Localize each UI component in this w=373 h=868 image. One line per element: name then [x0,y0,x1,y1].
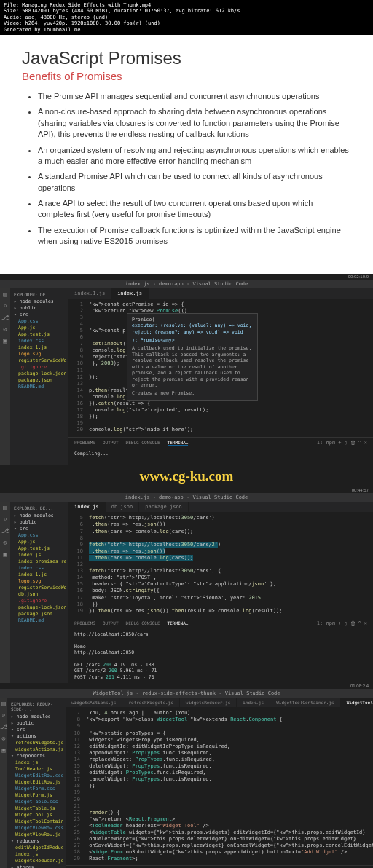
tree-item[interactable]: actions [9,733,63,739]
tree-item[interactable]: package-lock.json [12,604,66,610]
tab[interactable]: db.json [106,502,140,512]
tree-item[interactable]: logo.svg [12,351,66,358]
tree-item[interactable]: WidgetEditRow.css [9,772,63,778]
tree-item[interactable]: WidgetForm.css [9,785,63,792]
tree-item[interactable]: index.css [12,564,66,571]
tab-active[interactable]: index.js [68,502,106,512]
tree-item[interactable]: WidgetToolContainer.js [9,818,63,824]
tree-item[interactable]: registerServiceWorker.js [12,584,66,591]
tree-item[interactable]: App.test.js [12,545,66,551]
extensions-icon[interactable]: ▣ [3,551,7,558]
split-icon[interactable]: ▯ [344,440,347,446]
tree-item[interactable]: node_modules [12,299,66,305]
tree-item[interactable]: src [12,525,66,532]
plus-icon[interactable]: + [338,440,341,446]
tree-item[interactable]: public [9,719,63,726]
code-editor[interactable]: 1"kw">const getPromise = id => {2 "kw">r… [68,299,373,437]
split-icon[interactable]: ▯ [344,620,347,626]
tree-item[interactable]: db.json [12,591,66,597]
trash-icon[interactable]: 🗑 [350,620,356,626]
tree-item[interactable]: App.css [12,532,66,538]
tree-item[interactable]: components [9,752,63,759]
tab[interactable]: WidgetToolContainer.js [270,698,340,707]
close-icon[interactable]: × [364,440,367,446]
problems-tab[interactable]: PROBLEMS [74,440,95,446]
tree-item[interactable]: index.js [9,759,63,765]
tab[interactable]: index.1.js [68,288,111,299]
debug-icon[interactable]: ⊘ [3,539,7,546]
tree-item[interactable]: public [12,305,66,312]
tree-item[interactable]: stores [9,864,63,868]
git-icon[interactable]: ⎇ [0,723,7,730]
plus-icon[interactable]: + [338,620,341,626]
terminal-output[interactable]: http://localhost:3050/cars Homehttp://lo… [68,628,373,684]
tree-item[interactable]: WidgetTable.js [9,805,63,811]
output-tab[interactable]: OUTPUT [103,440,119,446]
extensions-icon[interactable]: ▣ [3,337,7,344]
files-icon[interactable]: ▤ [1,700,5,707]
tree-item[interactable]: refreshWidgets.js [9,739,63,746]
tree-item[interactable]: reducers [9,837,63,844]
tree-item[interactable]: .gitignore [12,597,66,604]
tree-item[interactable]: logo.svg [12,577,66,584]
term-selector[interactable]: 1: npm [317,440,335,446]
debug-console-tab[interactable]: DEBUG CONSOLE [126,620,160,626]
tree-item[interactable]: WidgetViewRow.js [9,831,63,837]
tree-item[interactable]: App.test.js [12,331,66,338]
tab-active[interactable]: WidgetTool.js [341,698,373,707]
terminal-tab[interactable]: TERMINAL [168,440,189,446]
debug-icon[interactable]: ⊘ [1,735,5,742]
extensions-icon[interactable]: ▣ [1,746,5,754]
tree-item[interactable]: index.js [12,551,66,558]
tree-item[interactable]: WidgetViewRow.css [9,824,63,831]
tree-item[interactable]: index.js [9,851,63,857]
tree-item[interactable]: index.1.js [12,344,66,351]
git-icon[interactable]: ⎇ [1,314,9,321]
tab[interactable]: refreshWidgets.js [122,698,179,707]
tree-item[interactable]: README.md [12,384,66,390]
tree-item[interactable]: App.js [12,325,66,331]
tree-item[interactable]: registerServiceWorker.js [12,358,66,364]
files-icon[interactable]: ▤ [3,291,7,298]
tree-item[interactable]: App.js [12,538,66,545]
output-tab[interactable]: OUTPUT [103,620,119,626]
maximize-icon[interactable]: ^ [358,620,361,626]
tree-item[interactable]: WidgetTool.js [9,811,63,818]
tree-item[interactable]: node_modules [9,713,63,719]
code-editor[interactable]: 5fetch("str">'http://localhost:3050/cars… [68,512,373,617]
tree-item[interactable]: package.json [12,377,66,384]
code-editor[interactable]: 7 You, 4 hours ago | 1 author (You)8"kw"… [66,707,373,865]
debug-console-tab[interactable]: DEBUG CONSOLE [126,440,160,446]
tree-item[interactable]: WidgetForm.js [9,792,63,798]
tree-item[interactable]: ToolHeader.js [9,765,63,772]
tree-item[interactable]: widgetsActions.js [9,746,63,752]
tree-item[interactable]: .gitignore [12,364,66,371]
tree-item[interactable]: editWidgetIdReducer.js [9,844,63,851]
tree-item[interactable]: index.1.js [12,571,66,577]
debug-icon[interactable]: ⊘ [3,326,7,333]
trash-icon[interactable]: 🗑 [350,440,356,446]
tree-item[interactable]: index_promises_review.js [12,558,66,564]
tree-item[interactable]: node_modules [12,512,66,518]
tree-item[interactable]: widgetsReducer.js [9,857,63,864]
tree-item[interactable]: README.md [12,617,66,623]
maximize-icon[interactable]: ^ [358,440,361,446]
terminal-tab[interactable]: TERMINAL [168,620,189,626]
tab[interactable]: index.js [237,698,270,707]
terminal-output[interactable]: Compiling... [68,448,373,466]
search-icon[interactable]: ⌕ [3,302,7,309]
tree-item[interactable]: package.json [12,610,66,617]
tree-item[interactable]: App.css [12,318,66,325]
tree-item[interactable]: src [9,726,63,733]
tab[interactable]: widgetsActions.js [66,698,122,707]
term-selector[interactable]: 1: npm [317,620,335,626]
tree-item[interactable]: public [12,518,66,525]
tree-item[interactable]: WidgetEditRow.js [9,778,63,785]
files-icon[interactable]: ▤ [3,504,7,511]
tab[interactable]: package.json [139,502,189,512]
search-icon[interactable]: ⌕ [3,516,7,523]
search-icon[interactable]: ⌕ [1,711,5,719]
git-icon[interactable]: ⎇ [1,527,9,534]
problems-tab[interactable]: PROBLEMS [74,620,95,626]
tree-item[interactable]: WidgetTable.css [9,798,63,805]
